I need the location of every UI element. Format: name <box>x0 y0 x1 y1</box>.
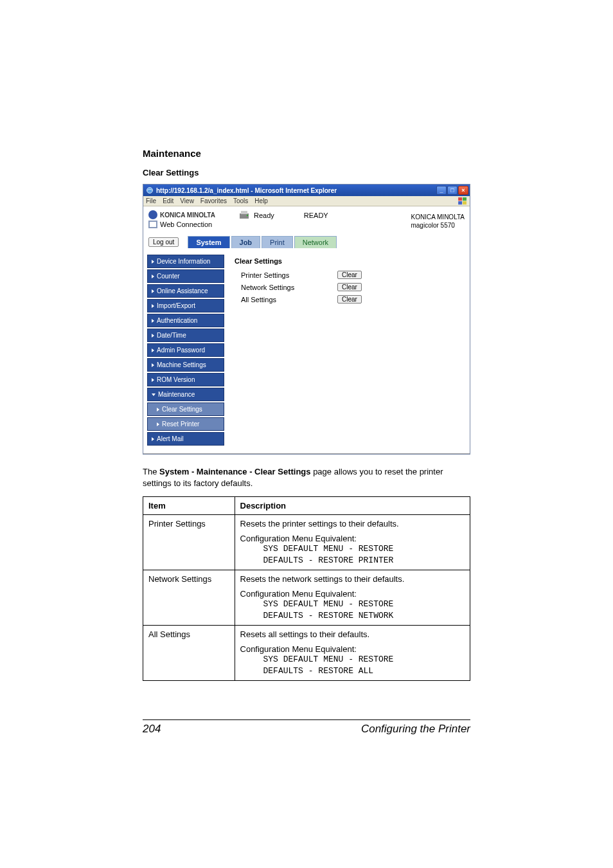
description-text: Resets all settings to their defaults. <box>240 629 465 639</box>
svg-rect-6 <box>150 222 156 227</box>
svg-rect-4 <box>463 201 466 204</box>
sidebar-item[interactable]: Admin Password <box>147 343 224 357</box>
table-cell-description: Resets the printer settings to their def… <box>235 515 470 570</box>
col-description: Description <box>235 497 470 515</box>
tab-job[interactable]: Job <box>231 236 261 248</box>
menu-tools[interactable]: Tools <box>233 197 248 204</box>
sidebar-item[interactable]: Reset Printer <box>147 417 224 431</box>
table-row: Printer SettingsResets the printer setti… <box>143 515 470 570</box>
main-panel: Clear Settings Printer SettingsClearNetw… <box>228 252 470 453</box>
sidebar-item[interactable]: Maintenance <box>147 388 224 401</box>
sidebar-item-label: Online Assistance <box>157 287 208 294</box>
sidebar-item[interactable]: Import/Export <box>147 299 224 312</box>
table-cell-description: Resets all settings to their defaults.Co… <box>235 626 470 681</box>
setting-label: All Settings <box>235 296 337 303</box>
sidebar-item-label: Alert Mail <box>157 435 184 442</box>
sidebar-item-label: Import/Export <box>157 302 195 309</box>
paragraph-prefix: The <box>143 467 159 476</box>
sidebar-item-label: Admin Password <box>157 347 205 354</box>
maximize-button[interactable]: □ <box>447 186 458 195</box>
footer-title: Configuring the Printer <box>361 723 470 736</box>
chevron-right-icon <box>152 260 154 264</box>
col-item: Item <box>143 497 235 515</box>
svg-rect-1 <box>458 197 462 201</box>
logout-button[interactable]: Log out <box>148 237 179 247</box>
config-menu-path: SYS DEFAULT MENU - RESTORE DEFAULTS - RE… <box>263 599 465 621</box>
tab-bar: System Job Print Network <box>188 236 337 248</box>
sidebar-item-label: Reset Printer <box>162 420 199 428</box>
page-footer: 204 Configuring the Printer <box>143 723 470 736</box>
sidebar-item[interactable]: Counter <box>147 269 224 283</box>
minimize-button[interactable]: _ <box>436 186 447 195</box>
sidebar-item[interactable]: Authentication <box>147 314 224 327</box>
clear-button[interactable]: Clear <box>337 271 362 279</box>
menu-file[interactable]: File <box>146 197 156 204</box>
table-row: All SettingsResets all settings to their… <box>143 626 470 681</box>
chevron-right-icon <box>152 289 154 293</box>
sidebar-item-label: Counter <box>157 273 180 280</box>
status-label: Ready <box>254 212 274 219</box>
sidebar-item-label: Machine Settings <box>157 361 206 368</box>
sidebar-item[interactable]: Alert Mail <box>147 432 224 446</box>
svg-rect-3 <box>458 201 462 204</box>
menu-favorites[interactable]: Favorites <box>200 197 227 204</box>
sidebar-item[interactable]: Online Assistance <box>147 284 224 298</box>
sidebar-item-label: Clear Settings <box>162 406 202 413</box>
tab-system[interactable]: System <box>188 236 229 248</box>
config-menu-label: Configuration Menu Equivalent: <box>240 589 465 599</box>
config-menu-label: Configuration Menu Equivalent: <box>240 644 465 654</box>
chevron-right-icon <box>152 378 154 382</box>
sidebar-item[interactable]: Device Information <box>147 255 224 268</box>
chevron-right-icon <box>152 275 154 278</box>
sidebar-item-label: Date/Time <box>157 332 186 339</box>
settings-table: Item Description Printer SettingsResets … <box>143 496 470 681</box>
subbrand-text: Web Connection <box>160 221 212 228</box>
tab-network[interactable]: Network <box>294 236 337 248</box>
panel-title: Clear Settings <box>235 257 463 265</box>
chevron-right-icon <box>152 437 154 441</box>
sidebar-item[interactable]: Machine Settings <box>147 358 224 372</box>
menu-view[interactable]: View <box>180 197 194 204</box>
svg-rect-2 <box>463 197 466 201</box>
svg-rect-8 <box>241 211 247 214</box>
tab-print[interactable]: Print <box>262 236 293 248</box>
table-row: Network SettingsResets the network setti… <box>143 570 470 626</box>
setting-label: Printer Settings <box>235 271 337 279</box>
sidebar-item-label: Device Information <box>157 258 210 265</box>
page-number: 204 <box>143 723 161 736</box>
config-menu-path: SYS DEFAULT MENU - RESTORE DEFAULTS - RE… <box>263 543 465 566</box>
pagescope-icon <box>148 221 157 228</box>
sidebar-item[interactable]: Clear Settings <box>147 402 224 416</box>
sidebar-item[interactable]: ROM Version <box>147 373 224 386</box>
sidebar-item[interactable]: Date/Time <box>147 329 224 342</box>
setting-row: Network SettingsClear <box>235 281 463 293</box>
description-text: Resets the network settings to their def… <box>240 574 465 584</box>
menu-edit[interactable]: Edit <box>163 197 173 204</box>
brand-text: KONICA MINOLTA <box>160 212 215 219</box>
brand-icon <box>148 210 157 219</box>
close-button[interactable]: × <box>458 186 468 195</box>
device-name-1: KONICA MINOLTA <box>411 213 465 221</box>
config-menu-label: Configuration Menu Equivalent: <box>240 534 465 543</box>
menu-bar: File Edit View Favorites Tools Help <box>143 196 470 206</box>
setting-row: Printer SettingsClear <box>235 269 463 281</box>
clear-button[interactable]: Clear <box>337 283 362 291</box>
intro-paragraph: The System - Maintenance - Clear Setting… <box>143 466 470 489</box>
clear-button[interactable]: Clear <box>337 295 362 303</box>
svg-point-9 <box>247 215 248 216</box>
description-text: Resets the printer settings to their def… <box>240 519 465 529</box>
menu-help[interactable]: Help <box>254 197 268 204</box>
browser-window: http://192.168.1.2/a_index.html - Micros… <box>143 184 470 455</box>
sidebar-item-label: Maintenance <box>158 391 195 398</box>
chevron-right-icon <box>152 334 154 338</box>
window-title: http://192.168.1.2/a_index.html - Micros… <box>156 187 436 194</box>
table-cell-item: Network Settings <box>143 570 235 626</box>
title-bar: http://192.168.1.2/a_index.html - Micros… <box>143 185 470 196</box>
windows-flag-icon <box>458 197 467 205</box>
setting-label: Network Settings <box>235 284 337 291</box>
printer-icon <box>238 210 250 221</box>
subbrand: Web Connection <box>148 221 232 228</box>
setting-row: All SettingsClear <box>235 293 463 305</box>
svg-point-0 <box>147 188 153 194</box>
device-name-2: magicolor 5570 <box>411 221 465 230</box>
